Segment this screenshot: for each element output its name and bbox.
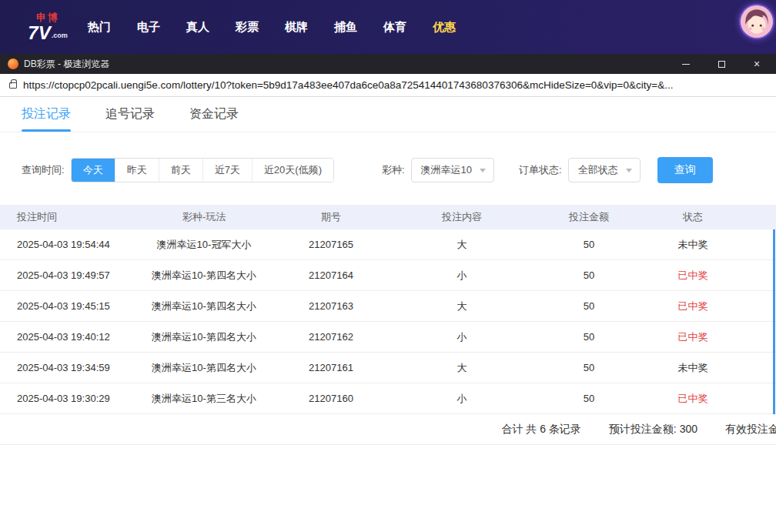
cell-issue: 21207162 (269, 331, 393, 343)
table-row: 2025-04-03 19:34:59 澳洲幸运10-第四名大小 2120716… (0, 353, 776, 383)
cell-game: 澳洲幸运10-第三名大小 (139, 392, 269, 406)
cell-issue: 21207164 (269, 269, 393, 281)
site-top-nav: 申博 7V.com 热门 电子 真人 彩票 棋牌 捕鱼 体育 优惠 (0, 0, 776, 54)
minimize-button[interactable] (677, 57, 694, 71)
tab-chase-records[interactable]: 追号记录 (105, 97, 155, 132)
cell-bet-time: 2025-04-03 19:30:29 (0, 393, 139, 404)
cell-bet-time: 2025-04-03 19:54:44 (0, 239, 139, 250)
status-badge: 已中奖 (647, 392, 739, 406)
avatar-image (741, 5, 773, 38)
cell-issue: 21207161 (269, 362, 393, 373)
cell-bet-amount: 50 (531, 393, 647, 404)
window-title-bar: DB彩票 - 极速浏览器 × (0, 54, 776, 74)
cell-issue: 21207160 (269, 393, 393, 404)
order-status-value: 全部状态 (578, 163, 618, 177)
cell-bet-content: 小 (393, 330, 531, 344)
lottery-select[interactable]: 澳洲幸运10 (411, 158, 494, 182)
window-title: DB彩票 - 极速浏览器 (24, 58, 109, 71)
address-bar[interactable]: https://ctopcp02pcali.uengi5e.com/lotter… (0, 74, 776, 97)
nav-item-live[interactable]: 真人 (185, 15, 211, 39)
nav-item-promo[interactable]: 优惠 (431, 15, 457, 39)
cell-bet-content: 大 (393, 299, 531, 313)
cell-bet-content: 小 (393, 392, 531, 406)
time-filter-group: 今天 昨天 前天 近7天 近20天(低频) (71, 158, 334, 182)
time-option-last-20-days[interactable]: 近20天(低频) (252, 159, 333, 182)
site-nav-menu: 热门 电子 真人 彩票 棋牌 捕鱼 体育 优惠 (86, 15, 457, 39)
cell-bet-amount: 50 (531, 300, 647, 312)
logo-main-text: 7V.com (28, 24, 67, 42)
cell-bet-content: 小 (393, 269, 531, 283)
table-row: 2025-04-03 19:30:29 澳洲幸运10-第三名大小 2120716… (0, 383, 776, 414)
header-bet-amount: 投注金额 (531, 210, 647, 224)
cell-game: 澳洲幸运10-第四名大小 (139, 330, 269, 344)
table-row: 2025-04-03 19:40:12 澳洲幸运10-第四名大小 2120716… (0, 322, 776, 353)
nav-item-hot[interactable]: 热门 (86, 15, 112, 39)
table-row: 2025-04-03 19:54:44 澳洲幸运10-冠军大小 21207165… (0, 229, 776, 260)
lottery-filter-label: 彩种: (382, 163, 405, 177)
minimize-icon (682, 64, 690, 65)
cell-bet-time: 2025-04-03 19:45:15 (0, 300, 139, 312)
table-summary-row: 合计 共 6 条记录 预计投注金额: 300 有效投注金 (0, 414, 776, 445)
header-bet-time: 投注时间 (0, 210, 139, 224)
cell-issue: 21207165 (269, 239, 393, 250)
maximize-button[interactable] (713, 57, 730, 71)
lock-icon (9, 82, 17, 89)
status-badge: 已中奖 (647, 299, 739, 313)
close-button[interactable]: × (748, 57, 765, 71)
cell-bet-amount: 50 (531, 362, 647, 373)
cell-bet-time: 2025-04-03 19:40:12 (0, 331, 139, 343)
time-option-yesterday[interactable]: 昨天 (115, 159, 159, 182)
table-row: 2025-04-03 19:45:15 澳洲幸运10-第四名大小 2120716… (0, 291, 776, 322)
time-filter-label: 查询时间: (22, 163, 65, 177)
cell-issue: 21207163 (269, 300, 393, 312)
cell-bet-content: 大 (393, 361, 531, 375)
nav-item-sports[interactable]: 体育 (382, 15, 408, 39)
status-badge: 未中奖 (647, 361, 739, 375)
cell-bet-amount: 50 (531, 239, 647, 250)
table-row: 2025-04-03 19:49:57 澳洲幸运10-第四名大小 2120716… (0, 260, 776, 291)
cell-game: 澳洲幸运10-第四名大小 (139, 269, 269, 283)
chevron-down-icon (480, 169, 486, 172)
status-badge: 已中奖 (647, 269, 739, 283)
maximize-icon (718, 61, 725, 68)
tab-fund-records[interactable]: 资金记录 (189, 97, 239, 132)
order-status-select[interactable]: 全部状态 (568, 158, 641, 182)
status-badge: 已中奖 (647, 330, 739, 344)
nav-item-board[interactable]: 棋牌 (283, 15, 309, 39)
cell-bet-content: 大 (393, 238, 531, 252)
time-option-day-before[interactable]: 前天 (159, 159, 202, 182)
header-status: 状态 (647, 210, 739, 224)
summary-expected-amount: 预计投注金额: 300 (609, 423, 697, 437)
window-controls: × (677, 57, 770, 71)
nav-item-slots[interactable]: 电子 (135, 15, 162, 39)
query-button[interactable]: 查询 (657, 157, 713, 183)
bet-records-table: 投注时间 彩种-玩法 期号 投注内容 投注金额 状态 2025-04-03 19… (0, 205, 776, 445)
status-badge: 未中奖 (647, 238, 739, 252)
summary-total-count: 合计 共 6 条记录 (501, 423, 580, 437)
cell-bet-time: 2025-04-03 19:49:57 (0, 269, 139, 281)
nav-item-fishing[interactable]: 捕鱼 (333, 15, 359, 39)
time-option-last-7-days[interactable]: 近7天 (202, 159, 252, 182)
header-issue: 期号 (269, 210, 393, 224)
cell-game: 澳洲幸运10-冠军大小 (139, 238, 269, 252)
chevron-down-icon (626, 169, 632, 172)
user-avatar[interactable] (741, 5, 773, 38)
nav-item-lottery[interactable]: 彩票 (234, 15, 260, 39)
summary-valid-amount: 有效投注金 (725, 423, 776, 437)
browser-tab-icon (8, 59, 18, 69)
site-logo[interactable]: 申博 7V.com (23, 12, 72, 42)
cell-bet-amount: 50 (531, 331, 647, 343)
cell-game: 澳洲幸运10-第四名大小 (139, 299, 269, 313)
cell-bet-amount: 50 (531, 269, 647, 281)
close-icon: × (754, 59, 760, 69)
tab-bet-records[interactable]: 投注记录 (22, 97, 71, 132)
status-filter-label: 订单状态: (519, 163, 562, 177)
header-bet-content: 投注内容 (393, 210, 531, 224)
clipped-column-sliver (773, 229, 775, 414)
logo-cn-text: 申博 (36, 12, 59, 22)
header-game: 彩种-玩法 (139, 210, 269, 224)
time-option-today[interactable]: 今天 (72, 159, 115, 182)
url-text: https://ctopcp02pcali.uengi5e.com/lotter… (23, 79, 673, 91)
lottery-select-value: 澳洲幸运10 (421, 163, 472, 177)
cell-bet-time: 2025-04-03 19:34:59 (0, 362, 139, 373)
